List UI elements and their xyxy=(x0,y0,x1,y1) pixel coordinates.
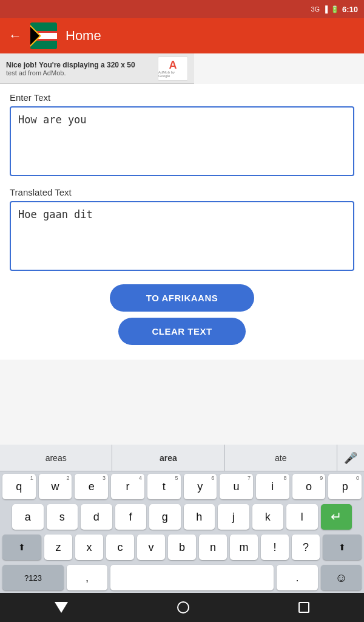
key-j[interactable]: j xyxy=(218,504,249,530)
key-f[interactable]: f xyxy=(115,504,147,530)
home-circle-icon xyxy=(177,601,189,613)
key-y[interactable]: 6y xyxy=(184,474,217,499)
app-title: Home xyxy=(66,28,101,44)
key-s[interactable]: s xyxy=(47,504,78,530)
back-button[interactable]: ← xyxy=(8,28,22,44)
key-o[interactable]: 9o xyxy=(292,474,326,499)
key-l[interactable]: l xyxy=(286,504,318,530)
key-p[interactable]: 0p xyxy=(328,474,362,499)
keyboard-row-3: ⬆ z x c v b n m ! ? ⬆ xyxy=(0,532,364,562)
ad-regular: You're displaying a 320 x 50 xyxy=(39,61,135,69)
key-e[interactable]: 3e xyxy=(75,474,108,499)
nav-recent-button[interactable] xyxy=(298,602,309,613)
time-display: 6:10 xyxy=(342,5,358,14)
suggestion-area[interactable]: area xyxy=(112,445,224,471)
key-comma[interactable]: , xyxy=(67,565,107,590)
top-bar: ← Home xyxy=(0,18,364,53)
key-a[interactable]: a xyxy=(12,504,44,530)
suggestion-areas[interactable]: areas xyxy=(0,445,112,471)
battery-icon: 🔋 xyxy=(331,5,339,13)
key-period[interactable]: . xyxy=(277,565,317,590)
key-m[interactable]: m xyxy=(230,535,258,560)
status-icons: 3G ▐ 🔋 6:10 xyxy=(311,5,358,14)
flag-icon xyxy=(30,22,57,49)
key-c[interactable]: c xyxy=(106,535,134,560)
keyboard-suggestions: areas area ate 🎤 xyxy=(0,445,364,471)
admob-a-letter: A xyxy=(169,60,177,70)
to-afrikaans-button[interactable]: TO AFRIKAANS xyxy=(110,284,255,312)
key-v[interactable]: v xyxy=(137,535,165,560)
nav-bar xyxy=(0,593,364,622)
key-d[interactable]: d xyxy=(81,504,112,530)
key-x[interactable]: x xyxy=(75,535,103,560)
key-q[interactable]: 1q xyxy=(2,474,36,499)
admob-sub-text: AdMob by Google xyxy=(158,70,187,78)
suggestion-ate[interactable]: ate xyxy=(225,445,337,471)
key-question[interactable]: ? xyxy=(292,535,320,560)
keyboard-row-2: a s d f g h j k l ↵ xyxy=(0,502,364,532)
key-w[interactable]: 2w xyxy=(39,474,72,499)
ad-banner[interactable]: Nice job! You're displaying a 320 x 50 t… xyxy=(0,53,194,84)
key-g[interactable]: g xyxy=(149,504,181,530)
key-emoji[interactable]: ☺ xyxy=(321,565,362,590)
keyboard-row-4: ?123 , . ☺ xyxy=(0,562,364,593)
key-space[interactable] xyxy=(110,565,274,590)
key-shift-left[interactable]: ⬆ xyxy=(2,535,41,560)
nav-back-button[interactable] xyxy=(55,602,68,613)
main-content: Enter Text How are you Translated Text H… xyxy=(0,84,364,360)
key-numbers-toggle[interactable]: ?123 xyxy=(2,565,64,590)
ad-bold: Nice job! xyxy=(6,61,37,69)
key-u[interactable]: 7u xyxy=(220,474,253,499)
nav-home-button[interactable] xyxy=(177,601,189,613)
key-n[interactable]: n xyxy=(199,535,227,560)
enter-text-input[interactable]: How are you xyxy=(10,106,354,176)
action-buttons: TO AFRIKAANS CLEAR TEXT xyxy=(10,284,354,345)
ad-text-block: Nice job! You're displaying a 320 x 50 t… xyxy=(6,61,158,77)
mic-button[interactable]: 🎤 xyxy=(337,445,364,471)
translated-text-output[interactable]: Hoe gaan dit xyxy=(10,201,354,271)
clear-text-button[interactable]: CLEAR TEXT xyxy=(118,318,245,345)
back-triangle-icon xyxy=(55,602,68,613)
key-exclamation[interactable]: ! xyxy=(261,535,289,560)
signal-bars: ▐ xyxy=(323,5,328,13)
signal-icon: 3G xyxy=(311,5,320,13)
ad-main-text: Nice job! You're displaying a 320 x 50 xyxy=(6,61,158,69)
key-shift-right[interactable]: ⬆ xyxy=(323,535,362,560)
key-z[interactable]: z xyxy=(44,535,72,560)
key-r[interactable]: 4r xyxy=(111,474,144,499)
key-enter[interactable]: ↵ xyxy=(321,504,352,530)
key-k[interactable]: k xyxy=(252,504,284,530)
keyboard: areas area ate 🎤 1q 2w 3e 4r 5t 6y 7u 8i… xyxy=(0,445,364,593)
admob-logo: A AdMob by Google xyxy=(158,56,188,81)
key-t[interactable]: 5t xyxy=(147,474,181,499)
key-h[interactable]: h xyxy=(184,504,215,530)
ad-sub-text: test ad from AdMob. xyxy=(6,69,158,77)
recent-square-icon xyxy=(298,602,309,613)
enter-text-label: Enter Text xyxy=(10,92,354,103)
keyboard-row-1: 1q 2w 3e 4r 5t 6y 7u 8i 9o 0p xyxy=(0,471,364,502)
translated-text-label: Translated Text xyxy=(10,187,354,197)
status-bar: 3G ▐ 🔋 6:10 xyxy=(0,0,364,18)
key-b[interactable]: b xyxy=(168,535,196,560)
key-i[interactable]: 8i xyxy=(256,474,289,499)
